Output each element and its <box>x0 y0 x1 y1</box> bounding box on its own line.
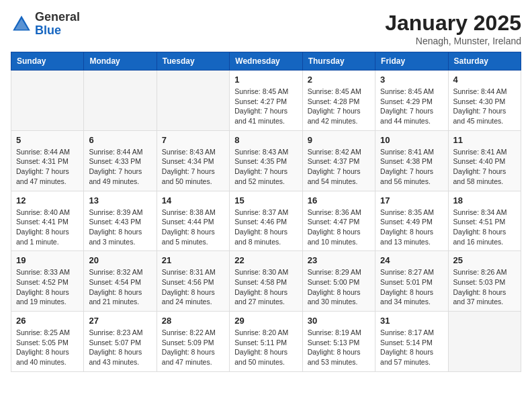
calendar-cell: 12Sunrise: 8:40 AMSunset: 4:41 PMDayligh… <box>11 191 84 251</box>
cell-info: Sunrise: 8:45 AMSunset: 4:28 PMDaylight:… <box>308 87 370 126</box>
cell-info: Sunrise: 8:38 AMSunset: 4:44 PMDaylight:… <box>162 208 224 247</box>
day-number: 22 <box>234 255 297 265</box>
cell-info: Sunrise: 8:41 AMSunset: 4:38 PMDaylight:… <box>380 147 443 187</box>
calendar-week-5: 26Sunrise: 8:25 AMSunset: 5:05 PMDayligh… <box>11 312 521 372</box>
weekday-header-monday: Monday <box>84 52 157 71</box>
calendar-cell: 4Sunrise: 8:44 AMSunset: 4:30 PMDaylight… <box>448 71 521 131</box>
weekday-header-friday: Friday <box>375 52 448 71</box>
day-number: 11 <box>453 135 516 145</box>
logo: General Blue <box>11 11 80 38</box>
calendar-cell <box>448 312 521 372</box>
day-number: 5 <box>16 135 79 145</box>
cell-info: Sunrise: 8:41 AMSunset: 4:40 PMDaylight:… <box>453 147 516 187</box>
day-number: 18 <box>453 195 516 205</box>
weekday-header-wednesday: Wednesday <box>230 52 302 71</box>
day-number: 29 <box>234 316 297 326</box>
day-number: 16 <box>308 195 370 205</box>
title-block: January 2025 Nenagh, Munster, Ireland <box>385 11 521 46</box>
cell-info: Sunrise: 8:27 AMSunset: 5:01 PMDaylight:… <box>380 267 443 307</box>
calendar-cell: 31Sunrise: 8:17 AMSunset: 5:14 PMDayligh… <box>375 312 448 372</box>
cell-info: Sunrise: 8:43 AMSunset: 4:35 PMDaylight:… <box>234 147 297 187</box>
weekday-header-saturday: Saturday <box>448 52 521 71</box>
calendar-cell: 22Sunrise: 8:30 AMSunset: 4:58 PMDayligh… <box>230 251 302 312</box>
cell-info: Sunrise: 8:44 AMSunset: 4:30 PMDaylight:… <box>453 87 516 126</box>
cell-info: Sunrise: 8:45 AMSunset: 4:29 PMDaylight:… <box>380 87 443 126</box>
calendar-cell: 21Sunrise: 8:31 AMSunset: 4:56 PMDayligh… <box>157 251 229 312</box>
page-header: General Blue January 2025 Nenagh, Munste… <box>11 11 521 46</box>
calendar-cell: 18Sunrise: 8:34 AMSunset: 4:51 PMDayligh… <box>448 191 521 251</box>
calendar-cell: 14Sunrise: 8:38 AMSunset: 4:44 PMDayligh… <box>157 191 229 251</box>
cell-info: Sunrise: 8:30 AMSunset: 4:58 PMDaylight:… <box>234 267 297 307</box>
location: Nenagh, Munster, Ireland <box>385 36 521 46</box>
cell-info: Sunrise: 8:42 AMSunset: 4:37 PMDaylight:… <box>308 147 370 187</box>
day-number: 23 <box>308 255 370 265</box>
logo-icon <box>11 13 32 35</box>
calendar-cell <box>84 71 157 131</box>
month-title: January 2025 <box>385 11 521 36</box>
day-number: 20 <box>89 255 151 265</box>
day-number: 10 <box>380 135 443 145</box>
day-number: 17 <box>380 195 443 205</box>
weekday-header-row: SundayMondayTuesdayWednesdayThursdayFrid… <box>11 52 521 71</box>
logo-blue: Blue <box>35 24 61 37</box>
logo-text: General Blue <box>35 11 80 38</box>
cell-info: Sunrise: 8:17 AMSunset: 5:14 PMDaylight:… <box>380 328 443 367</box>
calendar-cell: 30Sunrise: 8:19 AMSunset: 5:13 PMDayligh… <box>302 312 375 372</box>
calendar-week-3: 12Sunrise: 8:40 AMSunset: 4:41 PMDayligh… <box>11 191 521 251</box>
calendar-cell: 15Sunrise: 8:37 AMSunset: 4:46 PMDayligh… <box>230 191 302 251</box>
cell-info: Sunrise: 8:33 AMSunset: 4:52 PMDaylight:… <box>16 267 79 307</box>
calendar-cell: 26Sunrise: 8:25 AMSunset: 5:05 PMDayligh… <box>11 312 84 372</box>
weekday-header-tuesday: Tuesday <box>157 52 229 71</box>
cell-info: Sunrise: 8:29 AMSunset: 5:00 PMDaylight:… <box>308 267 370 307</box>
calendar-cell: 8Sunrise: 8:43 AMSunset: 4:35 PMDaylight… <box>230 130 302 191</box>
cell-info: Sunrise: 8:45 AMSunset: 4:27 PMDaylight:… <box>234 87 297 126</box>
weekday-header-thursday: Thursday <box>302 52 375 71</box>
day-number: 1 <box>234 75 297 85</box>
calendar-week-1: 1Sunrise: 8:45 AMSunset: 4:27 PMDaylight… <box>11 71 521 131</box>
day-number: 3 <box>380 75 443 85</box>
cell-info: Sunrise: 8:31 AMSunset: 4:56 PMDaylight:… <box>162 267 224 307</box>
cell-info: Sunrise: 8:37 AMSunset: 4:46 PMDaylight:… <box>234 208 297 247</box>
calendar: SundayMondayTuesdayWednesdayThursdayFrid… <box>11 52 521 372</box>
calendar-body: 1Sunrise: 8:45 AMSunset: 4:27 PMDaylight… <box>11 71 521 372</box>
day-number: 25 <box>453 255 516 265</box>
calendar-cell: 3Sunrise: 8:45 AMSunset: 4:29 PMDaylight… <box>375 71 448 131</box>
weekday-header-sunday: Sunday <box>11 52 84 71</box>
day-number: 6 <box>89 135 151 145</box>
day-number: 19 <box>16 255 79 265</box>
day-number: 30 <box>308 316 370 326</box>
day-number: 2 <box>308 75 370 85</box>
calendar-cell: 6Sunrise: 8:44 AMSunset: 4:33 PMDaylight… <box>84 130 157 191</box>
day-number: 27 <box>89 316 151 326</box>
calendar-cell: 11Sunrise: 8:41 AMSunset: 4:40 PMDayligh… <box>448 130 521 191</box>
calendar-cell: 16Sunrise: 8:36 AMSunset: 4:47 PMDayligh… <box>302 191 375 251</box>
day-number: 14 <box>162 195 224 205</box>
calendar-cell: 29Sunrise: 8:20 AMSunset: 5:11 PMDayligh… <box>230 312 302 372</box>
cell-info: Sunrise: 8:23 AMSunset: 5:07 PMDaylight:… <box>89 328 151 367</box>
cell-info: Sunrise: 8:40 AMSunset: 4:41 PMDaylight:… <box>16 208 79 247</box>
cell-info: Sunrise: 8:44 AMSunset: 4:33 PMDaylight:… <box>89 147 151 187</box>
cell-info: Sunrise: 8:32 AMSunset: 4:54 PMDaylight:… <box>89 267 151 307</box>
cell-info: Sunrise: 8:44 AMSunset: 4:31 PMDaylight:… <box>16 147 79 187</box>
calendar-header: SundayMondayTuesdayWednesdayThursdayFrid… <box>11 52 521 71</box>
cell-info: Sunrise: 8:36 AMSunset: 4:47 PMDaylight:… <box>308 208 370 247</box>
day-number: 8 <box>234 135 297 145</box>
cell-info: Sunrise: 8:19 AMSunset: 5:13 PMDaylight:… <box>308 328 370 367</box>
day-number: 7 <box>162 135 224 145</box>
calendar-cell: 28Sunrise: 8:22 AMSunset: 5:09 PMDayligh… <box>157 312 229 372</box>
calendar-cell: 24Sunrise: 8:27 AMSunset: 5:01 PMDayligh… <box>375 251 448 312</box>
day-number: 4 <box>453 75 516 85</box>
calendar-cell: 25Sunrise: 8:26 AMSunset: 5:03 PMDayligh… <box>448 251 521 312</box>
cell-info: Sunrise: 8:35 AMSunset: 4:49 PMDaylight:… <box>380 208 443 247</box>
day-number: 9 <box>308 135 370 145</box>
cell-info: Sunrise: 8:26 AMSunset: 5:03 PMDaylight:… <box>453 267 516 307</box>
logo-general: General <box>35 10 80 24</box>
calendar-cell: 5Sunrise: 8:44 AMSunset: 4:31 PMDaylight… <box>11 130 84 191</box>
cell-info: Sunrise: 8:43 AMSunset: 4:34 PMDaylight:… <box>162 147 224 187</box>
calendar-cell: 1Sunrise: 8:45 AMSunset: 4:27 PMDaylight… <box>230 71 302 131</box>
calendar-cell: 13Sunrise: 8:39 AMSunset: 4:43 PMDayligh… <box>84 191 157 251</box>
day-number: 15 <box>234 195 297 205</box>
calendar-cell: 2Sunrise: 8:45 AMSunset: 4:28 PMDaylight… <box>302 71 375 131</box>
cell-info: Sunrise: 8:34 AMSunset: 4:51 PMDaylight:… <box>453 208 516 247</box>
calendar-cell: 17Sunrise: 8:35 AMSunset: 4:49 PMDayligh… <box>375 191 448 251</box>
